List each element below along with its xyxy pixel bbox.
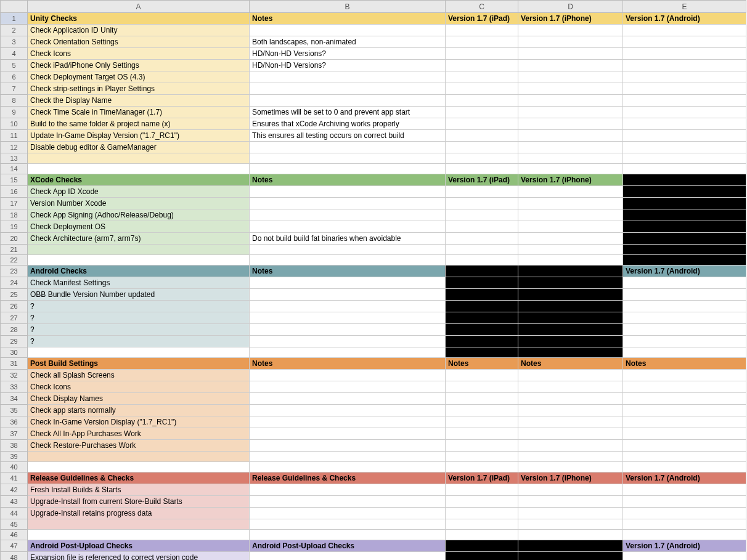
cell[interactable]	[518, 336, 623, 347]
row-header[interactable]: 37	[1, 428, 28, 440]
cell[interactable]	[250, 186, 446, 198]
cell[interactable]: Version Number Xcode	[28, 198, 250, 209]
cell[interactable]	[518, 289, 623, 301]
cell[interactable]: Android Checks	[28, 266, 250, 277]
cell[interactable]	[250, 25, 446, 36]
cell[interactable]	[518, 130, 623, 142]
row-header[interactable]: 44	[1, 508, 28, 519]
cell[interactable]: ?	[28, 336, 250, 347]
cell[interactable]	[518, 153, 623, 164]
cell[interactable]	[250, 452, 446, 462]
cell[interactable]	[623, 530, 746, 540]
cell[interactable]: Both landscapes, non-animated	[250, 36, 446, 48]
cell[interactable]: OBB Bundle Version Number updated	[28, 289, 250, 301]
row-header[interactable]: 23	[1, 266, 28, 277]
cell[interactable]	[28, 462, 250, 473]
cell[interactable]	[446, 530, 518, 540]
cell[interactable]	[623, 370, 746, 381]
cell[interactable]: Version 1.7 (iPad)	[446, 473, 518, 484]
cell[interactable]	[446, 347, 518, 358]
cell[interactable]: ?	[28, 324, 250, 336]
cell[interactable]	[446, 484, 518, 496]
cell[interactable]	[623, 25, 746, 36]
cell[interactable]	[623, 416, 746, 428]
cell[interactable]: XCode Checks	[28, 174, 250, 186]
cell[interactable]	[518, 233, 623, 245]
cell[interactable]	[623, 519, 746, 530]
cell[interactable]	[623, 186, 746, 198]
cell[interactable]	[623, 289, 746, 301]
cell[interactable]: Check In-Game Version Display ("1.7_RC1"…	[28, 416, 250, 428]
cell[interactable]	[623, 36, 746, 48]
cell[interactable]	[623, 393, 746, 405]
cell[interactable]	[623, 153, 746, 164]
cell[interactable]	[623, 71, 746, 83]
row-header[interactable]: 27	[1, 312, 28, 324]
cell[interactable]	[28, 255, 250, 266]
cell[interactable]: Notes	[250, 266, 446, 277]
cell[interactable]	[623, 440, 746, 452]
cell[interactable]	[623, 83, 746, 95]
cell[interactable]	[518, 198, 623, 209]
cell[interactable]	[250, 405, 446, 416]
cell[interactable]	[518, 25, 623, 36]
col-header-E[interactable]: E	[623, 1, 746, 13]
cell[interactable]	[446, 221, 518, 233]
cell[interactable]	[446, 48, 518, 60]
cell[interactable]	[518, 530, 623, 540]
cell[interactable]: HD/Non-HD Versions?	[250, 60, 446, 71]
cell[interactable]	[518, 440, 623, 452]
row-header[interactable]: 20	[1, 233, 28, 245]
cell[interactable]	[623, 301, 746, 312]
col-header-A[interactable]: A	[28, 1, 250, 13]
cell[interactable]: Check Display Names	[28, 393, 250, 405]
cell[interactable]: Check All In-App Purchases Work	[28, 428, 250, 440]
cell[interactable]: Notes	[250, 358, 446, 370]
cell[interactable]	[250, 289, 446, 301]
col-header-D[interactable]: D	[518, 1, 623, 13]
cell[interactable]: Check all Splash Screens	[28, 370, 250, 381]
cell[interactable]	[446, 289, 518, 301]
cell[interactable]: Android Post-Upload Checks	[28, 540, 250, 552]
cell[interactable]	[446, 71, 518, 83]
cell[interactable]: Version 1.7 (iPhone)	[518, 174, 623, 186]
cell[interactable]: Notes	[623, 358, 746, 370]
cell[interactable]	[518, 245, 623, 255]
cell[interactable]	[446, 519, 518, 530]
cell[interactable]: Check Application ID Unity	[28, 25, 250, 36]
cell[interactable]	[623, 312, 746, 324]
cell[interactable]	[623, 60, 746, 71]
cell[interactable]	[623, 142, 746, 153]
cell[interactable]: Check Icons	[28, 381, 250, 393]
cell[interactable]	[518, 462, 623, 473]
cell[interactable]: Check strip-settings in Player Settings	[28, 83, 250, 95]
cell[interactable]	[28, 347, 250, 358]
cell[interactable]	[623, 324, 746, 336]
cell[interactable]	[446, 198, 518, 209]
cell[interactable]	[623, 552, 746, 561]
row-header[interactable]: 24	[1, 277, 28, 289]
cell[interactable]: Check Orientation Settings	[28, 36, 250, 48]
col-header-B[interactable]: B	[250, 1, 446, 13]
cell[interactable]	[28, 519, 250, 530]
cell[interactable]: Check Architecture (arm7, arm7s)	[28, 233, 250, 245]
cell[interactable]: Android Post-Upload Checks	[250, 540, 446, 552]
cell[interactable]: Version 1.7 (iPhone)	[518, 473, 623, 484]
cell[interactable]: Notes	[518, 358, 623, 370]
cell[interactable]	[446, 452, 518, 462]
cell[interactable]: HD/Non-HD Versions?	[250, 48, 446, 60]
row-header[interactable]: 43	[1, 496, 28, 508]
cell[interactable]	[250, 496, 446, 508]
cell[interactable]	[518, 312, 623, 324]
cell[interactable]	[518, 381, 623, 393]
row-header[interactable]: 19	[1, 221, 28, 233]
cell[interactable]: Upgrade-Install retains progress data	[28, 508, 250, 519]
cell[interactable]	[623, 405, 746, 416]
cell[interactable]	[446, 255, 518, 266]
cell[interactable]	[446, 107, 518, 118]
cell[interactable]	[623, 130, 746, 142]
cell[interactable]	[250, 336, 446, 347]
cell[interactable]: Check Restore-Purchases Work	[28, 440, 250, 452]
cell[interactable]	[518, 452, 623, 462]
row-header[interactable]: 8	[1, 95, 28, 107]
